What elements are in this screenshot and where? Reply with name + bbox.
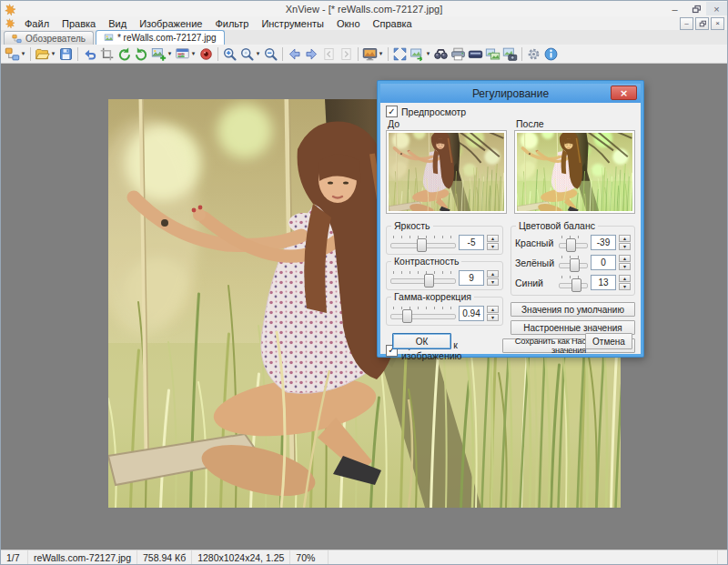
menu-item-2[interactable]: Правка <box>56 17 102 30</box>
zoom-lens-button[interactable]: ▾ <box>238 45 262 63</box>
tab-2[interactable]: * reWalls.com-72127.jpg <box>96 30 225 45</box>
dialog-title-bar[interactable]: Регулирование × <box>380 84 641 103</box>
mdi-minimize-icon[interactable]: – <box>680 17 693 30</box>
spin-down-icon[interactable]: ▾ <box>487 243 499 250</box>
menu-item-8[interactable]: Справка <box>367 17 419 30</box>
menu-item-5[interactable]: Фильтр <box>208 17 255 30</box>
contrast-slider[interactable] <box>390 270 456 286</box>
red-spinner[interactable]: ▴▾ <box>619 235 631 250</box>
browse-button[interactable]: ▾ <box>4 45 27 63</box>
brightness-slider[interactable] <box>390 235 456 250</box>
color-balance-group: Цветовой баланс Красный -39 ▴▾ Зелёный 0 <box>511 226 635 296</box>
slider-thumb[interactable] <box>417 238 427 252</box>
spin-down-icon[interactable]: ▾ <box>619 283 631 290</box>
zoom-in-button[interactable] <box>221 45 238 63</box>
rotate-left-button[interactable] <box>116 45 133 63</box>
zoom-in-icon <box>222 46 238 62</box>
menu-item-3[interactable]: Вид <box>102 17 133 30</box>
ok-button[interactable]: ОК <box>392 333 451 349</box>
capture-button[interactable] <box>501 45 519 63</box>
slider-thumb[interactable] <box>402 309 412 323</box>
close-icon[interactable]: × <box>706 2 727 15</box>
export-button[interactable]: ▾ <box>409 45 432 63</box>
rotate-left-icon <box>116 46 132 62</box>
minimize-icon[interactable]: – <box>664 2 685 15</box>
nav-forward-icon <box>304 46 319 62</box>
print-button[interactable] <box>450 45 467 63</box>
gamma-slider[interactable] <box>390 306 456 321</box>
nav-forward-button[interactable] <box>303 45 320 63</box>
menu-item-6[interactable]: Инструменты <box>255 17 330 30</box>
undo-button[interactable] <box>81 45 98 63</box>
slider-thumb[interactable] <box>424 274 434 288</box>
resize-button[interactable]: ▾ <box>150 45 174 63</box>
mdi-close-icon[interactable]: × <box>711 17 724 30</box>
menu-item-7[interactable]: Окно <box>330 17 367 30</box>
brightness-spinner[interactable]: ▴▾ <box>487 235 499 250</box>
after-label: После <box>516 118 635 129</box>
compare-button[interactable] <box>484 45 501 63</box>
nav-back-button[interactable] <box>286 45 303 63</box>
slider-thumb[interactable] <box>566 238 576 252</box>
slider-thumb[interactable] <box>571 278 581 292</box>
blue-slider[interactable] <box>559 275 588 290</box>
zoom-out-button[interactable] <box>262 45 279 63</box>
spin-up-icon[interactable]: ▴ <box>619 235 631 242</box>
fullscreen-button[interactable] <box>391 45 409 63</box>
blue-spinner[interactable]: ▴▾ <box>619 275 631 290</box>
cancel-button[interactable]: Отмена <box>585 333 632 349</box>
chevron-down-icon[interactable]: ▾ <box>20 50 26 57</box>
chevron-down-icon[interactable]: ▾ <box>425 50 431 57</box>
green-spinner[interactable]: ▴▾ <box>619 255 631 270</box>
spin-down-icon[interactable]: ▾ <box>619 263 631 270</box>
preview-checkbox-row[interactable]: ✓ Предпросмотр <box>386 106 635 117</box>
dialog-close-icon[interactable]: × <box>611 86 637 100</box>
spin-down-icon[interactable]: ▾ <box>487 314 499 321</box>
spin-down-icon[interactable]: ▾ <box>487 278 499 286</box>
slideshow-button[interactable]: ▾ <box>361 45 385 63</box>
preview-checkbox[interactable]: ✓ <box>386 106 398 117</box>
scan-button[interactable] <box>467 45 484 63</box>
red-eye-button[interactable] <box>197 45 215 63</box>
blue-value[interactable]: 13 <box>591 275 616 290</box>
spin-up-icon[interactable]: ▴ <box>619 275 631 282</box>
green-slider[interactable] <box>559 255 588 270</box>
menu-item-1[interactable]: Файл <box>18 17 56 30</box>
spin-up-icon[interactable]: ▴ <box>487 270 499 277</box>
chevron-down-icon[interactable]: ▾ <box>255 50 261 57</box>
chevron-down-icon[interactable]: ▾ <box>378 50 384 57</box>
chevron-down-icon[interactable]: ▾ <box>167 50 173 57</box>
gamma-spinner[interactable]: ▴▾ <box>487 306 499 321</box>
spin-down-icon[interactable]: ▾ <box>619 243 631 250</box>
default-values-button[interactable]: Значения по умолчанию <box>511 302 635 317</box>
spin-up-icon[interactable]: ▴ <box>487 235 499 242</box>
spin-up-icon[interactable]: ▴ <box>619 255 631 262</box>
adjust-button[interactable]: ▾ <box>174 45 197 63</box>
open-folder-button[interactable]: ▾ <box>34 45 57 63</box>
green-value[interactable]: 0 <box>591 255 616 270</box>
slider-thumb[interactable] <box>570 258 580 272</box>
chevron-down-icon[interactable]: ▾ <box>190 50 197 57</box>
info-button[interactable] <box>542 45 560 63</box>
chevron-down-icon[interactable]: ▾ <box>50 50 56 57</box>
contrast-spinner[interactable]: ▴▾ <box>487 270 499 286</box>
toolbar-separator <box>217 47 218 61</box>
export-icon <box>410 46 425 62</box>
red-value[interactable]: -39 <box>591 235 616 250</box>
spin-up-icon[interactable]: ▴ <box>487 306 499 313</box>
window-title: XnView - [* reWalls.com-72127.jpg] <box>1 4 727 15</box>
red-slider[interactable] <box>559 235 588 250</box>
settings-button[interactable] <box>525 45 542 63</box>
save-button[interactable] <box>57 45 75 63</box>
rotate-right-button[interactable] <box>133 45 150 63</box>
mdi-restore-icon[interactable] <box>695 17 709 30</box>
find-button[interactable] <box>432 45 450 63</box>
crop-button[interactable] <box>98 45 116 63</box>
contrast-value[interactable]: 9 <box>459 270 484 286</box>
restore-icon[interactable] <box>685 2 706 15</box>
dialog-body: ✓ Предпросмотр До После <box>380 103 641 354</box>
gamma-value[interactable]: 0.94 <box>459 306 484 321</box>
brightness-value[interactable]: -5 <box>459 235 484 250</box>
tab-1[interactable]: Обозреватель <box>4 31 94 45</box>
menu-item-4[interactable]: Изображение <box>133 17 208 30</box>
